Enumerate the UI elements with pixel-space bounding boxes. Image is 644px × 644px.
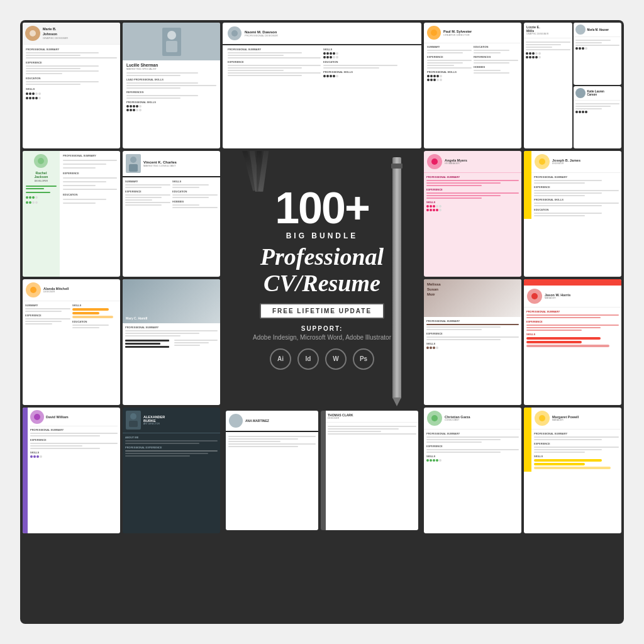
big-bundle-label: BIG BUNDLE (253, 231, 391, 240)
resume-card-rachel: RachelJackson DEVELOPER PROFESSIONAL SUM… (23, 151, 120, 277)
resume-card-col5-row1: Lizzie E.Mills GRAPHIC DESIGNER Marla (524, 23, 621, 148)
support-apps: Adobe Indesign, Microsoft Word, Adobe Il… (253, 334, 391, 341)
card-name-marla: Marla M. Hauser (587, 28, 609, 31)
free-update-badge: FREE LIFETIME UPDATE (272, 308, 372, 314)
resume-card-partial2: THOMAS CLARK DESIGNER (321, 411, 418, 530)
resume-card-mary: Mary C. Hamill PROFESSIONAL SUMMARY (123, 279, 220, 405)
card-name-rachel: RachelJackson (26, 171, 57, 179)
card-name-lucille: Lucille Sherman (126, 63, 216, 67)
card-name-david: David William (46, 415, 69, 419)
resume-card-melissa: MelissaSusanMoir PROFESSIONAL SUMMARY EX… (424, 279, 521, 405)
resume-card-angela: Angela Myers HR MANAGER PROFESSIONAL SUM… (424, 151, 521, 277)
card-name-lizzie: Lizzie E.Mills (526, 25, 570, 33)
card-name-alexander: ALEXANDERBURKE (143, 415, 165, 423)
word-icon: W (325, 348, 347, 370)
resume-card-lucille: Lucille Sherman MARKETING SPECIALIST LEA… (123, 23, 220, 148)
cv-resume-label: CV/Resume (253, 270, 391, 297)
professional-label: Professional (253, 244, 391, 270)
resume-card-jason: Jason W. Harris MANAGER PROFESSIONAL SUM… (524, 279, 621, 405)
resume-card-vincent: Vincent K. Charles MARKETING CONSULTANT … (123, 151, 220, 277)
resume-card-marla: Marla M. Hauser (574, 23, 622, 85)
card-name-marie: Marie B.Johnson (43, 27, 68, 36)
ps-icon: Ps (353, 348, 374, 370)
center-panel: 100+ BIG BUNDLE Professional CV/Resume F… (223, 151, 421, 405)
resume-card-joseph: Joseph B. James ENGINEER PROFESSIONAL SU… (524, 151, 621, 277)
resume-card-partial1: ANA MARTINEZ (226, 411, 318, 530)
resume-card-paul: Paul M. Sylvester CREATIVE DIRECTOR SUMM… (424, 23, 521, 148)
card-name-paul: Paul M. Sylvester (443, 30, 472, 33)
resume-card-christian: Christian Garza CONSULTANT PROFESSIONAL … (424, 408, 521, 533)
ai-icon: Ai (270, 348, 291, 370)
card-name-vincent: Vincent K. Charles (143, 160, 177, 164)
card-name-melissa: MelissaSusanMoir (427, 282, 441, 297)
resume-card-lizzie: Lizzie E.Mills GRAPHIC DESIGNER (524, 23, 572, 148)
card-name-katie: Katie LaurenCarson (587, 90, 604, 96)
resume-card-marie: Marie B.Johnson GRAPHIC DESIGNER PROFESS… (23, 23, 120, 148)
row4-center: ANA MARTINEZ THOMAS CLARK DESIGNER (223, 408, 421, 533)
bundle-number: 100+ (253, 186, 391, 230)
resume-card-alexander: ALEXANDERBURKE ART DIRECTOR ABOUT ME PRO… (123, 408, 220, 533)
resume-card-naomi: Naomi M. Dawson PROFESSIONAL DESIGNER PR… (223, 23, 421, 148)
resume-card-katie: Katie LaurenCarson (574, 86, 622, 148)
id-icon: Id (297, 348, 319, 370)
main-container: Marie B.Johnson GRAPHIC DESIGNER PROFESS… (20, 20, 624, 624)
resume-card-david: David William PROFESSIONAL SUMMARY EXPER… (23, 408, 120, 533)
resume-card-margaret: Margaret Powell MANAGER PROFESSIONAL SUM… (524, 408, 621, 533)
resume-card-alanda: Alanda Mitchell DESIGNER SUMMARY EXPERIE… (23, 279, 120, 405)
card-name-naomi: Naomi M. Dawson (245, 30, 278, 34)
support-label: SUPPORT: (253, 325, 391, 332)
